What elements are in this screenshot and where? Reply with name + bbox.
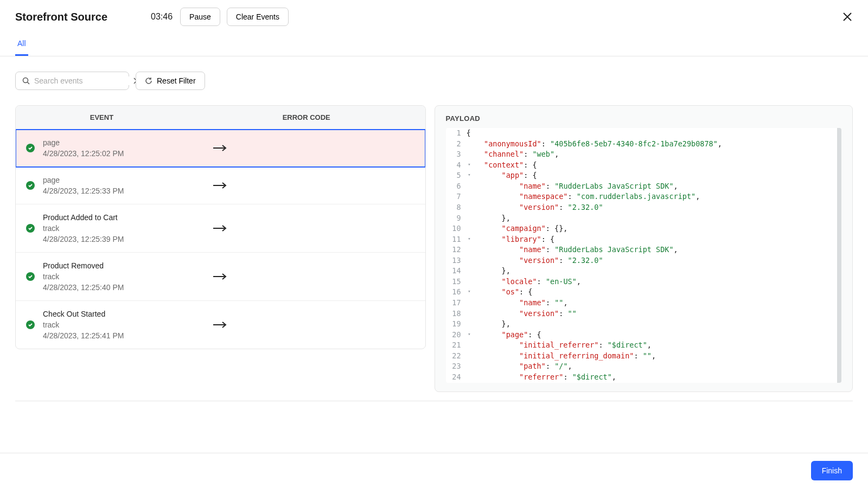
event-row[interactable]: page4/28/2023, 12:25:33 PM [16, 167, 425, 204]
event-type: track [43, 320, 187, 329]
search-input-wrap [15, 72, 129, 90]
payload-code[interactable]: 1▾{2 "anonymousId": "405b6fe8-5eb7-4340-… [446, 128, 841, 383]
events-table: EVENT ERROR CODE page4/28/2023, 12:25:02… [15, 105, 426, 349]
page-title: Storefront Source [15, 11, 107, 23]
event-row[interactable]: Product Removedtrack4/28/2023, 12:25:40 … [16, 253, 425, 301]
col-error-header: ERROR CODE [188, 106, 425, 129]
event-row[interactable]: Product Added to Carttrack4/28/2023, 12:… [16, 204, 425, 253]
success-icon [26, 272, 35, 281]
event-title: Check Out Started [43, 310, 187, 318]
payload-title: PAYLOAD [446, 114, 841, 123]
arrow-right-icon [187, 273, 252, 280]
reset-filter-label: Reset Filter [157, 76, 196, 85]
payload-panel: PAYLOAD 1▾{2 "anonymousId": "405b6fe8-5e… [435, 105, 853, 392]
search-input[interactable] [34, 76, 129, 85]
event-row[interactable]: page4/28/2023, 12:25:02 PM [16, 130, 425, 167]
arrow-right-icon [187, 224, 252, 232]
event-timestamp: 4/28/2023, 12:25:33 PM [43, 187, 187, 195]
success-icon [26, 181, 35, 190]
tab-all[interactable]: All [15, 34, 28, 56]
success-icon [26, 320, 35, 329]
event-timestamp: 4/28/2023, 12:25:39 PM [43, 235, 187, 243]
pause-button[interactable]: Pause [180, 8, 220, 26]
event-type: page [43, 176, 187, 184]
event-type: track [43, 224, 187, 233]
refresh-icon [145, 77, 152, 85]
timer: 03:46 [151, 12, 173, 22]
event-title: Product Removed [43, 261, 187, 270]
svg-point-0 [23, 78, 28, 83]
svg-line-1 [28, 82, 30, 85]
col-event-header: EVENT [16, 106, 188, 129]
success-icon [26, 224, 35, 233]
event-type: track [43, 272, 187, 281]
clear-events-button[interactable]: Clear Events [227, 8, 289, 26]
search-icon [22, 77, 30, 85]
event-row[interactable]: Check Out Startedtrack4/28/2023, 12:25:4… [16, 301, 425, 349]
arrow-right-icon [187, 182, 252, 189]
event-timestamp: 4/28/2023, 12:25:40 PM [43, 283, 187, 292]
event-timestamp: 4/28/2023, 12:25:41 PM [43, 331, 187, 340]
event-title: Product Added to Cart [43, 213, 187, 222]
event-type: page [43, 138, 187, 147]
success-icon [26, 144, 35, 152]
event-timestamp: 4/28/2023, 12:25:02 PM [43, 149, 187, 158]
arrow-right-icon [187, 321, 252, 329]
reset-filter-button[interactable]: Reset Filter [136, 72, 205, 90]
arrow-right-icon [187, 144, 252, 152]
close-icon[interactable] [842, 11, 853, 22]
